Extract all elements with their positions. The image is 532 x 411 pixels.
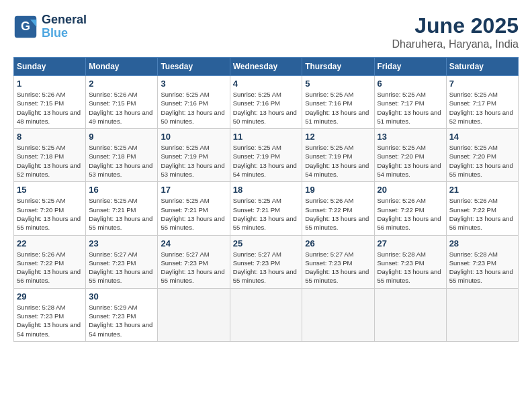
day-number: 17 [161, 185, 226, 195]
calendar-header-saturday: Saturday [446, 58, 518, 76]
day-number: 4 [233, 79, 300, 89]
calendar-cell: 5Sunrise: 5:25 AM Sunset: 7:16 PM Daylig… [302, 76, 374, 129]
calendar-week-4: 22Sunrise: 5:26 AM Sunset: 7:22 PM Dayli… [14, 235, 519, 288]
calendar-cell: 10Sunrise: 5:25 AM Sunset: 7:19 PM Dayli… [158, 129, 230, 182]
calendar-cell: 16Sunrise: 5:25 AM Sunset: 7:21 PM Dayli… [86, 182, 158, 235]
calendar-cell: 8Sunrise: 5:25 AM Sunset: 7:18 PM Daylig… [14, 129, 86, 182]
day-number: 24 [161, 238, 226, 248]
day-number: 10 [161, 132, 226, 142]
calendar-week-2: 8Sunrise: 5:25 AM Sunset: 7:18 PM Daylig… [14, 129, 519, 182]
calendar-cell: 6Sunrise: 5:25 AM Sunset: 7:17 PM Daylig… [374, 76, 446, 129]
day-number: 23 [89, 238, 154, 248]
day-number: 6 [378, 79, 443, 89]
day-number: 2 [89, 79, 154, 89]
day-number: 30 [89, 291, 154, 302]
calendar-header-friday: Friday [374, 58, 446, 76]
day-number: 3 [161, 79, 226, 89]
calendar-table: SundayMondayTuesdayWednesdayThursdayFrid… [13, 57, 519, 342]
svg-text:G: G [21, 19, 30, 33]
calendar-header-thursday: Thursday [302, 58, 374, 76]
calendar-cell: 14Sunrise: 5:25 AM Sunset: 7:20 PM Dayli… [446, 129, 518, 182]
calendar-cell: 24Sunrise: 5:27 AM Sunset: 7:23 PM Dayli… [158, 235, 230, 288]
day-number: 27 [378, 238, 443, 248]
day-info: Sunrise: 5:26 AM Sunset: 7:22 PM Dayligh… [17, 250, 83, 285]
calendar-header-tuesday: Tuesday [158, 58, 230, 76]
calendar-cell: 13Sunrise: 5:25 AM Sunset: 7:20 PM Dayli… [374, 129, 446, 182]
day-info: Sunrise: 5:25 AM Sunset: 7:16 PM Dayligh… [233, 90, 300, 126]
day-number: 20 [378, 185, 443, 195]
calendar-header-row: SundayMondayTuesdayWednesdayThursdayFrid… [14, 58, 519, 76]
day-number: 28 [449, 238, 515, 248]
day-info: Sunrise: 5:26 AM Sunset: 7:22 PM Dayligh… [378, 196, 443, 232]
day-info: Sunrise: 5:27 AM Sunset: 7:23 PM Dayligh… [233, 250, 300, 285]
day-info: Sunrise: 5:25 AM Sunset: 7:21 PM Dayligh… [161, 196, 226, 232]
calendar-cell: 22Sunrise: 5:26 AM Sunset: 7:22 PM Dayli… [14, 235, 86, 288]
calendar-cell: 1Sunrise: 5:26 AM Sunset: 7:15 PM Daylig… [14, 76, 86, 129]
calendar-cell: 17Sunrise: 5:25 AM Sunset: 7:21 PM Dayli… [158, 182, 230, 235]
calendar-cell: 29Sunrise: 5:28 AM Sunset: 7:23 PM Dayli… [14, 288, 86, 341]
calendar-cell [302, 288, 374, 341]
day-number: 15 [17, 185, 83, 195]
header: G General Blue June 2025 Dharuhera, Hary… [13, 13, 519, 50]
day-number: 16 [89, 185, 154, 195]
day-info: Sunrise: 5:25 AM Sunset: 7:20 PM Dayligh… [378, 143, 443, 179]
day-number: 29 [17, 291, 83, 302]
day-number: 9 [89, 132, 154, 142]
calendar-cell: 19Sunrise: 5:26 AM Sunset: 7:22 PM Dayli… [302, 182, 374, 235]
day-info: Sunrise: 5:25 AM Sunset: 7:16 PM Dayligh… [161, 90, 226, 126]
day-number: 26 [305, 238, 371, 248]
calendar-cell: 15Sunrise: 5:25 AM Sunset: 7:20 PM Dayli… [14, 182, 86, 235]
day-number: 8 [17, 132, 83, 142]
day-number: 11 [233, 132, 300, 142]
calendar-cell: 25Sunrise: 5:27 AM Sunset: 7:23 PM Dayli… [230, 235, 302, 288]
day-info: Sunrise: 5:27 AM Sunset: 7:23 PM Dayligh… [89, 250, 154, 285]
day-number: 18 [233, 185, 300, 195]
month-title: June 2025 [392, 13, 519, 38]
logo-text: General Blue [42, 13, 87, 40]
day-info: Sunrise: 5:25 AM Sunset: 7:19 PM Dayligh… [305, 143, 371, 179]
day-number: 1 [17, 79, 83, 89]
day-info: Sunrise: 5:25 AM Sunset: 7:17 PM Dayligh… [449, 90, 515, 126]
calendar-cell: 18Sunrise: 5:25 AM Sunset: 7:21 PM Dayli… [230, 182, 302, 235]
day-info: Sunrise: 5:25 AM Sunset: 7:19 PM Dayligh… [233, 143, 300, 179]
day-info: Sunrise: 5:28 AM Sunset: 7:23 PM Dayligh… [449, 250, 515, 285]
day-number: 14 [449, 132, 515, 142]
day-info: Sunrise: 5:27 AM Sunset: 7:23 PM Dayligh… [161, 250, 226, 285]
day-info: Sunrise: 5:25 AM Sunset: 7:21 PM Dayligh… [233, 196, 300, 232]
calendar-cell: 20Sunrise: 5:26 AM Sunset: 7:22 PM Dayli… [374, 182, 446, 235]
day-number: 25 [233, 238, 300, 248]
location-title: Dharuhera, Haryana, India [392, 38, 519, 50]
day-info: Sunrise: 5:28 AM Sunset: 7:23 PM Dayligh… [17, 303, 83, 338]
calendar-header-sunday: Sunday [14, 58, 86, 76]
day-number: 22 [17, 238, 83, 248]
calendar-week-3: 15Sunrise: 5:25 AM Sunset: 7:20 PM Dayli… [14, 182, 519, 235]
calendar-cell [446, 288, 518, 341]
day-info: Sunrise: 5:25 AM Sunset: 7:20 PM Dayligh… [17, 196, 83, 232]
day-info: Sunrise: 5:25 AM Sunset: 7:18 PM Dayligh… [17, 143, 83, 179]
day-number: 12 [305, 132, 371, 142]
calendar-cell: 7Sunrise: 5:25 AM Sunset: 7:17 PM Daylig… [446, 76, 518, 129]
calendar-week-1: 1Sunrise: 5:26 AM Sunset: 7:15 PM Daylig… [14, 76, 519, 129]
day-info: Sunrise: 5:25 AM Sunset: 7:18 PM Dayligh… [89, 143, 154, 179]
calendar-week-5: 29Sunrise: 5:28 AM Sunset: 7:23 PM Dayli… [14, 288, 519, 341]
calendar-cell: 26Sunrise: 5:27 AM Sunset: 7:23 PM Dayli… [302, 235, 374, 288]
day-info: Sunrise: 5:25 AM Sunset: 7:19 PM Dayligh… [161, 143, 226, 179]
calendar-cell: 9Sunrise: 5:25 AM Sunset: 7:18 PM Daylig… [86, 129, 158, 182]
logo-icon: G [13, 15, 38, 39]
day-info: Sunrise: 5:27 AM Sunset: 7:23 PM Dayligh… [305, 250, 371, 285]
calendar-cell: 30Sunrise: 5:29 AM Sunset: 7:23 PM Dayli… [86, 288, 158, 341]
day-number: 5 [305, 79, 371, 89]
day-info: Sunrise: 5:25 AM Sunset: 7:16 PM Dayligh… [305, 90, 371, 126]
day-number: 13 [378, 132, 443, 142]
calendar-cell: 11Sunrise: 5:25 AM Sunset: 7:19 PM Dayli… [230, 129, 302, 182]
logo-line1: General [42, 13, 87, 27]
day-info: Sunrise: 5:26 AM Sunset: 7:22 PM Dayligh… [305, 196, 371, 232]
calendar-cell [230, 288, 302, 341]
calendar-cell: 2Sunrise: 5:26 AM Sunset: 7:15 PM Daylig… [86, 76, 158, 129]
calendar-cell: 4Sunrise: 5:25 AM Sunset: 7:16 PM Daylig… [230, 76, 302, 129]
calendar-cell: 12Sunrise: 5:25 AM Sunset: 7:19 PM Dayli… [302, 129, 374, 182]
day-number: 7 [449, 79, 515, 89]
calendar-cell: 23Sunrise: 5:27 AM Sunset: 7:23 PM Dayli… [86, 235, 158, 288]
logo-line2: Blue [42, 26, 68, 40]
day-info: Sunrise: 5:25 AM Sunset: 7:17 PM Dayligh… [378, 90, 443, 126]
